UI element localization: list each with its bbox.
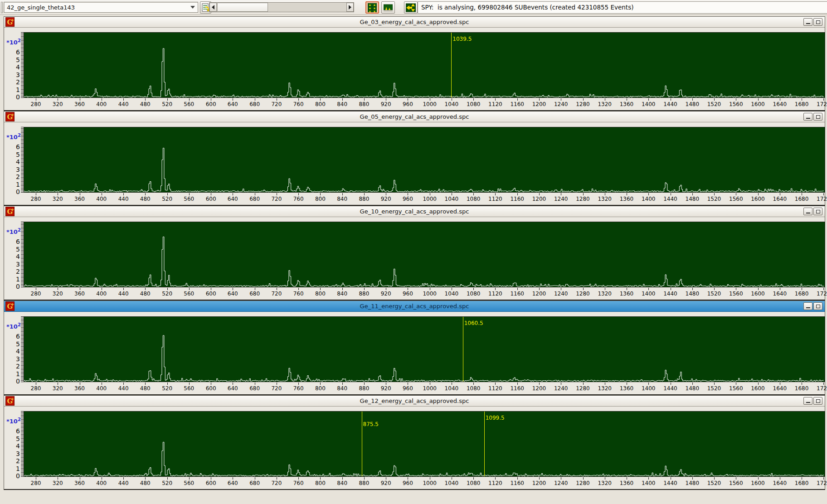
- x-axis-tick-label: 1400: [639, 385, 658, 392]
- x-axis-tick-label: 360: [70, 385, 89, 392]
- x-axis-tick: [583, 288, 584, 290]
- x-axis-tick-label: 720: [267, 196, 286, 202]
- x-axis-tick-label: 440: [114, 101, 133, 107]
- plot-area[interactable]: [24, 222, 825, 287]
- x-axis-tick-label: 680: [245, 196, 264, 202]
- plot-area[interactable]: [24, 127, 825, 193]
- x-axis-tick-label: 1160: [508, 291, 527, 297]
- x-axis-tick: [233, 98, 233, 101]
- energy-marker-line[interactable]: [362, 412, 362, 476]
- tile-view-button[interactable]: [365, 1, 379, 14]
- x-axis-tick-label: 400: [92, 291, 111, 297]
- window-titlebar[interactable]: G+ Ge_11_energy_cal_acs_approved.spc: [4, 301, 825, 312]
- plot-area[interactable]: [24, 32, 825, 98]
- y-axis-tick-label: 5: [7, 56, 20, 63]
- scrollbar-thumb[interactable]: [217, 3, 268, 12]
- x-axis-tick: [58, 98, 58, 101]
- x-axis-tick-label: 1640: [770, 101, 789, 107]
- x-axis-tick: [80, 288, 80, 290]
- x-axis-tick: [671, 98, 671, 101]
- x-axis-tick-label: 1600: [749, 385, 768, 392]
- window-titlebar[interactable]: G+ Ge_10_energy_cal_acs_approved.spc: [4, 206, 825, 217]
- plot-area[interactable]: [24, 316, 825, 382]
- x-axis-tick: [408, 193, 408, 195]
- minimize-button[interactable]: [803, 18, 812, 26]
- x-axis-tick-label: 1680: [792, 196, 811, 202]
- x-axis-tick-label: 1720: [814, 385, 827, 392]
- x-axis-tick-label: 480: [136, 480, 155, 486]
- window-title: Ge_05_energy_cal_acs_approved.spc: [4, 113, 825, 120]
- spectrum-selector-dropdown-button[interactable]: [189, 3, 197, 11]
- energy-marker-line[interactable]: [451, 33, 452, 97]
- x-axis-tick: [583, 98, 584, 101]
- x-axis-tick: [102, 288, 102, 290]
- x-axis-tick: [233, 477, 233, 480]
- x-axis-tick-label: 480: [136, 385, 155, 392]
- y-axis-tick-label: 5: [7, 246, 20, 253]
- swap-spectra-button[interactable]: [404, 1, 418, 14]
- x-axis-tick-label: 1040: [442, 291, 461, 297]
- x-axis-tick-label: 1120: [486, 101, 505, 107]
- x-axis-tick: [692, 98, 693, 101]
- x-axis-tick-label: 1160: [508, 480, 527, 486]
- x-axis-tick: [277, 98, 277, 101]
- plot-area[interactable]: [24, 411, 825, 477]
- x-axis-tick: [583, 193, 584, 195]
- window-titlebar[interactable]: G+ Ge_05_energy_cal_acs_approved.spc: [4, 111, 825, 122]
- scroll-right-button[interactable]: [346, 3, 354, 12]
- x-axis-tick: [233, 288, 233, 290]
- energy-marker-line[interactable]: [484, 412, 485, 476]
- y-axis-tick-label: 6: [7, 143, 20, 150]
- x-axis-tick: [145, 193, 146, 195]
- y-axis-tick-label: 3: [7, 71, 20, 78]
- minimize-icon: [806, 402, 810, 403]
- x-axis-tick: [364, 477, 365, 480]
- x-axis-tick: [473, 477, 474, 480]
- energy-marker-line[interactable]: [463, 317, 463, 382]
- x-axis-tick: [255, 193, 255, 195]
- x-axis-tick-label: 1680: [792, 101, 811, 107]
- x-axis-tick-label: 1320: [595, 480, 614, 486]
- x-axis-tick: [430, 193, 430, 195]
- spectrum-window: G+ Ge_03_energy_cal_acs_approved.spc *10…: [4, 16, 825, 111]
- minimize-button[interactable]: [803, 397, 812, 405]
- x-axis-tick-label: 320: [48, 196, 67, 202]
- x-axis-tick: [802, 193, 802, 195]
- x-axis-tick-label: 1600: [749, 101, 768, 107]
- x-axis-tick: [823, 98, 824, 101]
- window-titlebar[interactable]: G+ Ge_12_energy_cal_acs_approved.spc: [4, 396, 825, 407]
- x-axis-tick-label: 1640: [770, 385, 789, 392]
- y-axis-exponent: *102: [6, 133, 21, 141]
- scroll-left-button[interactable]: [209, 3, 217, 12]
- window-titlebar[interactable]: G+ Ge_03_energy_cal_acs_approved.spc: [4, 17, 825, 28]
- x-axis-tick: [823, 383, 824, 385]
- x-axis-tick-label: 1440: [661, 385, 680, 392]
- y-axis-tick-label: 1: [7, 465, 20, 472]
- y-axis-tick-label: 4: [7, 442, 20, 450]
- minimize-button[interactable]: [803, 208, 812, 215]
- x-axis-tick-label: 400: [92, 385, 111, 392]
- minimize-button[interactable]: [803, 302, 812, 310]
- x-axis-tick-label: 600: [201, 385, 220, 392]
- spectrum-selector[interactable]: 42_ge_single_theta143: [4, 2, 198, 13]
- x-axis-tick: [255, 477, 255, 480]
- x-axis-tick: [758, 98, 759, 101]
- toolbar-grip[interactable]: [1, 2, 3, 13]
- x-axis-tick: [364, 288, 365, 290]
- x-axis-tick: [298, 98, 299, 101]
- spectrum-scrollbar[interactable]: [209, 2, 354, 12]
- y-axis-tick-label: 0: [7, 93, 20, 101]
- maximize-button[interactable]: [813, 302, 822, 310]
- x-axis-tick: [539, 383, 540, 385]
- x-axis-tick: [102, 383, 102, 385]
- x-axis-tick-label: 800: [311, 385, 330, 392]
- x-axis-tick-label: 640: [223, 291, 242, 297]
- single-view-button[interactable]: [381, 1, 395, 14]
- minimize-button[interactable]: [803, 113, 812, 121]
- maximize-button[interactable]: [813, 18, 822, 26]
- x-axis-tick: [714, 193, 715, 195]
- x-axis-tick-label: 1080: [464, 385, 483, 392]
- maximize-button[interactable]: [813, 208, 822, 215]
- maximize-button[interactable]: [813, 397, 822, 405]
- maximize-button[interactable]: [813, 113, 822, 121]
